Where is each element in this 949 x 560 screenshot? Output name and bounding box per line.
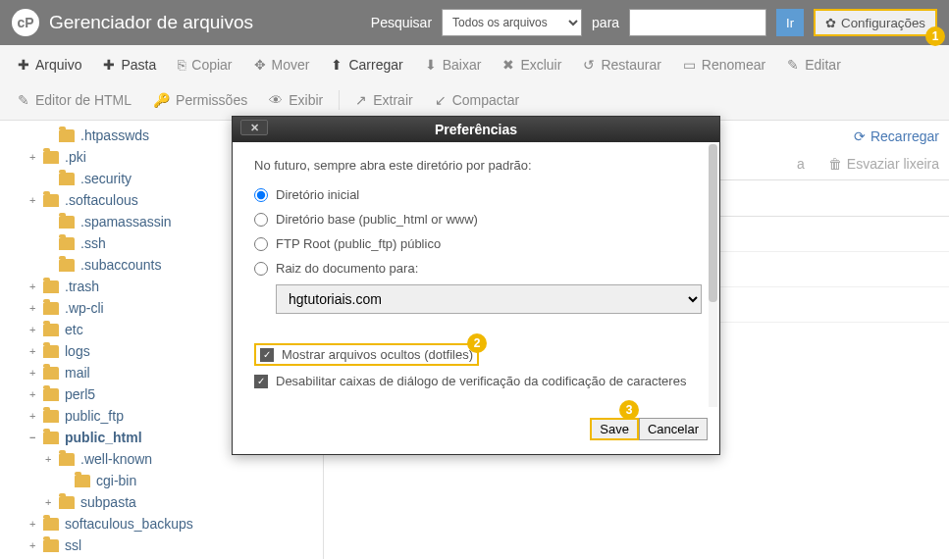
app-title: Gerenciador de arquivos xyxy=(49,12,361,33)
app-header: cP Gerenciador de arquivos Pesquisar Tod… xyxy=(0,0,949,45)
folder-icon xyxy=(43,518,59,531)
tree-label: .security xyxy=(80,171,132,186)
new-file-button[interactable]: ✚Arquivo xyxy=(8,49,91,80)
gear-icon: ✿ xyxy=(825,16,836,30)
radio-base-input[interactable] xyxy=(254,213,268,227)
compress-button[interactable]: ↙Compactar xyxy=(425,84,529,116)
folder-icon xyxy=(59,496,75,509)
download-button[interactable]: ⬇Baixar xyxy=(415,49,492,80)
settings-label: Configurações xyxy=(841,16,925,30)
checkbox-checked-icon[interactable]: ✓ xyxy=(260,348,274,362)
folder-icon xyxy=(59,216,75,229)
reload-button[interactable]: ⟳Recarregar xyxy=(854,128,939,144)
move-button[interactable]: ✥Mover xyxy=(244,49,320,80)
select-all-button[interactable]: a xyxy=(797,156,805,172)
tree-label: softaculous_backups xyxy=(65,516,193,532)
domain-select[interactable]: hgtutoriais.com xyxy=(276,284,702,314)
expand-icon[interactable]: + xyxy=(29,518,43,530)
expand-icon[interactable]: + xyxy=(29,367,43,379)
restore-button[interactable]: ↺Restaurar xyxy=(573,49,670,80)
tree-label: perl5 xyxy=(65,386,95,402)
folder-icon xyxy=(43,151,59,164)
expand-icon[interactable]: − xyxy=(29,432,43,443)
search-label: Pesquisar xyxy=(371,15,432,30)
modal-footer: Save 3 Cancelar xyxy=(233,408,719,454)
rename-icon: ▭ xyxy=(683,57,696,73)
radio-home-input[interactable] xyxy=(254,188,268,202)
tree-item[interactable]: +subpasta xyxy=(0,491,323,513)
modal-body: No futuro, sempre abra este diretório po… xyxy=(233,142,719,408)
copy-icon: ⎘ xyxy=(178,57,185,73)
download-icon: ⬇ xyxy=(425,57,437,73)
tree-item[interactable]: +softaculous_backups xyxy=(0,513,323,535)
preferences-modal: ✕ Preferências No futuro, sempre abra es… xyxy=(232,116,720,455)
folder-icon xyxy=(75,475,90,487)
expand-icon[interactable]: + xyxy=(29,151,43,163)
expand-icon[interactable]: + xyxy=(29,302,43,314)
radio-ftp-input[interactable] xyxy=(254,237,268,251)
search-input[interactable] xyxy=(629,9,766,36)
expand-icon[interactable]: + xyxy=(45,453,59,465)
view-button[interactable]: 👁Exibir xyxy=(259,84,333,116)
expand-icon[interactable]: + xyxy=(29,280,43,292)
expand-icon[interactable]: + xyxy=(29,345,43,357)
tree-label: logs xyxy=(65,343,90,359)
upload-icon: ⬆ xyxy=(331,57,343,73)
extract-button[interactable]: ↗Extrair xyxy=(345,84,422,116)
expand-icon[interactable]: + xyxy=(29,388,43,400)
rename-button[interactable]: ▭Renomear xyxy=(673,49,775,80)
tree-label: .spamassassin xyxy=(80,214,172,229)
radio-docroot-input[interactable] xyxy=(254,262,268,276)
close-icon[interactable]: ✕ xyxy=(240,120,268,135)
callout-1: 1 xyxy=(925,26,945,46)
modal-title-bar: ✕ Preferências xyxy=(233,117,719,142)
edit-button[interactable]: ✎Editar xyxy=(777,49,851,80)
empty-trash-button[interactable]: 🗑Esvaziar lixeira xyxy=(828,156,939,172)
separator xyxy=(339,90,340,110)
settings-button[interactable]: ✿ Configurações 1 xyxy=(814,9,937,36)
radio-ftp[interactable]: FTP Root (public_ftp) público xyxy=(254,231,698,256)
expand-icon[interactable]: + xyxy=(29,324,43,335)
expand-icon[interactable]: + xyxy=(45,496,59,508)
radio-home[interactable]: Diretório inicial xyxy=(254,182,698,207)
upload-button[interactable]: ⬆Carregar xyxy=(321,49,412,80)
html-editor-button[interactable]: ✎Editor de HTML xyxy=(8,84,141,116)
check-dotfiles-label: Mostrar arquivos ocultos (dotfiles) xyxy=(282,347,473,362)
tree-label: mail xyxy=(65,365,90,381)
key-icon: 🔑 xyxy=(153,92,170,108)
modal-scrollbar[interactable] xyxy=(709,144,717,407)
save-button[interactable]: Save 3 xyxy=(590,418,639,440)
radio-docroot[interactable]: Raiz do documento para: xyxy=(254,256,698,280)
tree-label: .pki xyxy=(65,149,86,165)
copy-button[interactable]: ⎘Copiar xyxy=(168,49,241,80)
permissions-button[interactable]: 🔑Permissões xyxy=(143,84,257,116)
tree-item[interactable]: cgi-bin xyxy=(0,470,323,491)
extract-icon: ↗ xyxy=(355,92,367,108)
folder-icon xyxy=(59,129,75,142)
folder-icon xyxy=(59,173,75,185)
restore-icon: ↺ xyxy=(583,57,595,73)
expand-icon[interactable]: + xyxy=(29,194,43,206)
scroll-thumb[interactable] xyxy=(709,144,717,302)
callout-2: 2 xyxy=(467,333,487,353)
tree-label: .htpasswds xyxy=(80,127,149,143)
checkbox-checked-icon[interactable]: ✓ xyxy=(254,375,268,388)
delete-button[interactable]: ✖Excluir xyxy=(493,49,571,80)
expand-icon[interactable]: + xyxy=(29,410,43,422)
radio-base[interactable]: Diretório base (public_html or www) xyxy=(254,207,698,231)
folder-icon xyxy=(43,345,59,358)
folder-icon xyxy=(43,432,59,444)
new-folder-button[interactable]: ✚Pasta xyxy=(93,49,166,80)
delete-icon: ✖ xyxy=(502,57,514,73)
folder-icon xyxy=(43,194,59,207)
tree-item[interactable]: +ssl xyxy=(0,535,323,556)
folder-icon xyxy=(59,259,75,272)
search-scope-select[interactable]: Todos os arquivos xyxy=(442,9,582,36)
plus-icon: ✚ xyxy=(18,57,29,73)
folder-icon xyxy=(43,539,59,552)
expand-icon[interactable]: + xyxy=(29,539,43,551)
search-go-button[interactable]: Ir xyxy=(776,9,804,36)
pencil-icon: ✎ xyxy=(18,92,29,108)
cancel-button[interactable]: Cancelar xyxy=(639,418,708,440)
tree-label: .well-known xyxy=(80,451,152,467)
